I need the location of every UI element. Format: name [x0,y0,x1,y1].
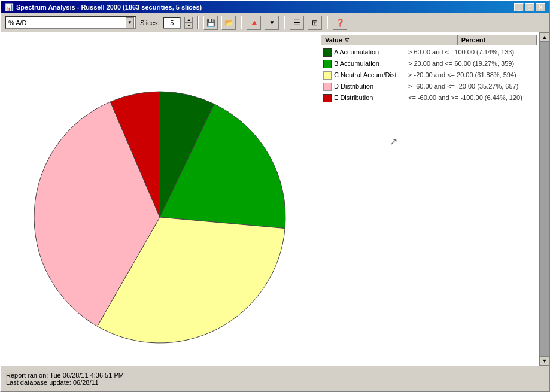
spin-down-button[interactable]: ▼ [184,23,193,29]
label-a: A Accumulation [334,48,406,56]
minimize-button[interactable]: _ [514,3,524,11]
dropdown-value: % A/D [8,19,27,26]
table-button[interactable]: ☰ [290,16,304,30]
color-box-c [323,71,332,80]
status-bar: Report ran on: Tue 06/28/11 4:36:51 PM L… [1,366,549,391]
legend-row-d: D Distribution > -60.00 and <= -20.00 (3… [321,81,537,92]
label-e: E Distribution [334,93,406,102]
chart-arrow-button[interactable]: ▼ [265,16,279,30]
legend-row-b: B Accumulation > 20.00 and <= 60.00 (19.… [321,58,537,69]
legend-row-e: E Distribution <= -60.00 and >= -100.00 … [321,92,537,104]
maximize-button[interactable]: □ [525,3,534,11]
value-a: > 60.00 and <= 100.00 (7.14%, 133) [408,48,514,56]
save-button[interactable]: 💾 [203,16,218,30]
pie-chart [16,56,303,343]
slices-input[interactable] [163,17,181,29]
legend-panel: Value ▽ Percent A Accumulation > 60.00 a… [318,32,539,366]
toolbar-separator-4 [327,16,328,29]
color-box-b [323,60,332,68]
title-bar: 📊 Spectrum Analysis - Russell 2000 (1863… [1,1,549,13]
toolbar: % A/D ▼ Slices: ▲ ▼ 💾 📂 🔺 ▼ ☰ ⊞ ❓ [1,13,549,32]
chart-area [1,32,318,366]
label-b: B Accumulation [334,59,406,68]
indicator-dropdown[interactable]: % A/D ▼ [5,16,136,29]
legend-row-a: A Accumulation > 60.00 and <= 100.00 (7.… [321,47,537,58]
color-box-d [323,83,332,91]
open-button[interactable]: 📂 [221,16,236,30]
percent-column-header: Percent [458,35,536,45]
slices-spinner: ▲ ▼ [184,17,193,29]
value-d: > -60.00 and <= -20.00 (35.27%, 657) [408,82,518,90]
spin-up-button[interactable]: ▲ [184,17,193,23]
grid-button[interactable]: ⊞ [308,16,322,30]
toolbar-separator-2 [241,16,242,29]
mouse-cursor: ↗ [390,136,397,147]
scroll-track[interactable] [540,42,549,356]
color-box-e [323,94,332,102]
dropdown-arrow[interactable]: ▼ [126,17,134,28]
toolbar-separator-3 [284,16,285,29]
color-box-a [323,48,332,57]
status-line-1: Report ran on: Tue 06/28/11 4:36:51 PM [6,372,544,379]
cursor-area: ↗ [318,106,539,366]
label-c: C Neutral Accum/Dist [334,71,406,79]
main-window: 📊 Spectrum Analysis - Russell 2000 (1863… [0,0,550,392]
window-icon: 📊 [5,3,14,11]
main-content: Value ▽ Percent A Accumulation > 60.00 a… [1,32,549,366]
value-c: > -20.00 and <= 20.00 (31.88%, 594) [408,71,516,79]
slices-label: Slices: [140,19,159,26]
window-controls: _ □ ✕ [514,3,545,11]
value-e: <= -60.00 and >= -100.00 (6.44%, 120) [408,93,522,102]
sort-arrow-value[interactable]: ▽ [345,37,349,43]
legend-area: Value ▽ Percent A Accumulation > 60.00 a… [318,32,539,106]
scrollbar: ▲ ▼ [539,32,549,366]
legend-row-c: C Neutral Accum/Dist > -20.00 and <= 20.… [321,69,537,81]
value-column-header: Value ▽ [321,35,458,45]
help-button[interactable]: ❓ [333,16,347,30]
close-button[interactable]: ✕ [536,3,545,11]
label-d: D Distribution [334,82,406,90]
legend-header: Value ▽ Percent [321,35,537,45]
window-title: Spectrum Analysis - Russell 2000 (1863 s… [16,4,202,11]
toolbar-separator-1 [197,16,199,29]
pie-chart-svg [16,56,303,361]
scroll-up-button[interactable]: ▲ [540,32,549,42]
value-b: > 20.00 and <= 60.00 (19.27%, 359) [408,59,514,68]
status-line-2: Last database update: 06/28/11 [6,379,544,386]
scroll-down-button[interactable]: ▼ [540,356,549,366]
chart-type-button[interactable]: 🔺 [247,16,261,30]
